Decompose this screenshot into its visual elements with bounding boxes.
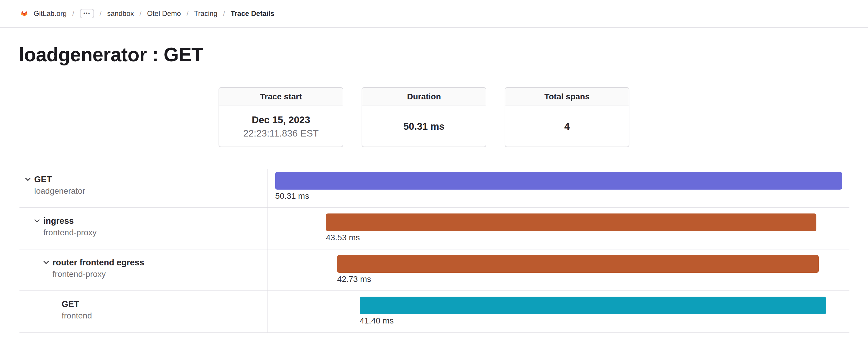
span-label-cell: GET loadgenerator: [20, 169, 268, 207]
span-chart-cell: 50.31 ms: [268, 169, 849, 207]
span-chart-area: 43.53 ms: [275, 208, 842, 249]
trace-summary-cards: Trace start Dec 15, 2023 22:23:11.836 ES…: [219, 87, 868, 147]
span-row-get-frontend: GET frontend 41.40 ms: [20, 291, 849, 332]
duration-card: Duration 50.31 ms: [362, 87, 486, 147]
span-row-get-loadgenerator: GET loadgenerator 50.31 ms: [20, 169, 849, 208]
total-spans-card: Total spans 4: [505, 87, 629, 147]
span-bar[interactable]: 42.73 ms: [337, 255, 818, 284]
span-label-cell: ingress frontend-proxy: [20, 208, 268, 249]
breadcrumb-separator: /: [100, 9, 102, 18]
span-operation: GET: [34, 173, 85, 185]
span-waterfall: GET loadgenerator 50.31 ms ingress fron: [20, 169, 849, 332]
span-service: frontend-proxy: [53, 268, 144, 280]
trace-details-page: GitLab.org / ••• / sandbox / Otel Demo /…: [0, 0, 868, 350]
ellipsis-icon: •••: [84, 11, 91, 15]
span-bar[interactable]: 43.53 ms: [326, 214, 816, 243]
span-labels: ingress frontend-proxy: [43, 215, 97, 238]
breadcrumb-item-sandbox[interactable]: sandbox: [107, 9, 134, 18]
duration-value: 50.31 ms: [403, 121, 444, 132]
span-row-ingress: ingress frontend-proxy 43.53 ms: [20, 208, 849, 250]
card-body: 50.31 ms: [362, 106, 486, 147]
breadcrumb-separator: /: [186, 9, 188, 18]
span-chart-cell: 42.73 ms: [268, 250, 849, 290]
span-operation: router frontend egress: [53, 257, 144, 268]
top-navbar: GitLab.org / ••• / sandbox / Otel Demo /…: [0, 0, 868, 28]
span-chart-area: 41.40 ms: [275, 291, 842, 332]
span-duration-label: 43.53 ms: [326, 233, 816, 243]
breadcrumb-item-otel-demo[interactable]: Otel Demo: [147, 9, 181, 18]
span-duration-label: 41.40 ms: [360, 316, 827, 325]
breadcrumb-item-gitlab-org[interactable]: GitLab.org: [34, 9, 67, 18]
breadcrumb-item-tracing[interactable]: Tracing: [194, 9, 217, 18]
chevron-down-icon[interactable]: [26, 173, 34, 185]
breadcrumb: GitLab.org / ••• / sandbox / Otel Demo /…: [34, 9, 274, 18]
span-chart-area: 42.73 ms: [275, 250, 842, 290]
span-labels: GET frontend: [62, 298, 92, 322]
span-bar-fill: [360, 297, 827, 314]
chevron-down-icon[interactable]: [44, 257, 53, 268]
card-title: Total spans: [505, 88, 629, 106]
gitlab-logo-icon[interactable]: [19, 8, 30, 19]
trace-start-time: 22:23:11.836 EST: [243, 128, 319, 139]
breadcrumb-separator: /: [223, 9, 225, 18]
span-service: frontend: [62, 310, 92, 322]
span-bar[interactable]: 41.40 ms: [360, 297, 827, 325]
card-body: Dec 15, 2023 22:23:11.836 EST: [219, 106, 343, 147]
card-body: 4: [505, 106, 629, 147]
span-bar-fill: [275, 172, 842, 190]
span-bar[interactable]: 50.31 ms: [275, 172, 842, 201]
span-bar-fill: [326, 214, 816, 231]
span-labels: GET loadgenerator: [34, 173, 85, 197]
card-title: Trace start: [219, 88, 343, 106]
chevron-down-icon[interactable]: [35, 215, 43, 227]
span-bar-fill: [337, 255, 818, 273]
span-chart-cell: 43.53 ms: [268, 208, 849, 249]
span-row-router-frontend-egress: router frontend egress frontend-proxy 42…: [20, 250, 849, 291]
span-labels: router frontend egress frontend-proxy: [53, 257, 144, 280]
trace-start-date: Dec 15, 2023: [252, 115, 310, 126]
span-duration-label: 42.73 ms: [337, 275, 818, 284]
span-chart-cell: 41.40 ms: [268, 291, 849, 332]
span-chart-area: 50.31 ms: [275, 169, 842, 207]
breadcrumb-ellipsis-button[interactable]: •••: [80, 9, 94, 18]
total-spans-value: 4: [564, 121, 569, 132]
span-duration-label: 50.31 ms: [275, 191, 842, 201]
breadcrumb-separator: /: [72, 9, 74, 18]
span-label-cell: GET frontend: [20, 291, 268, 332]
page-title: loadgenerator : GET: [19, 44, 868, 66]
span-operation: GET: [62, 298, 92, 310]
span-operation: ingress: [43, 215, 97, 227]
breadcrumb-item-trace-details[interactable]: Trace Details: [230, 9, 274, 18]
span-service: loadgenerator: [34, 185, 85, 197]
span-service: frontend-proxy: [43, 227, 97, 238]
breadcrumb-separator: /: [140, 9, 142, 18]
trace-start-card: Trace start Dec 15, 2023 22:23:11.836 ES…: [219, 87, 343, 147]
span-label-cell: router frontend egress frontend-proxy: [20, 250, 268, 290]
card-title: Duration: [362, 88, 486, 106]
